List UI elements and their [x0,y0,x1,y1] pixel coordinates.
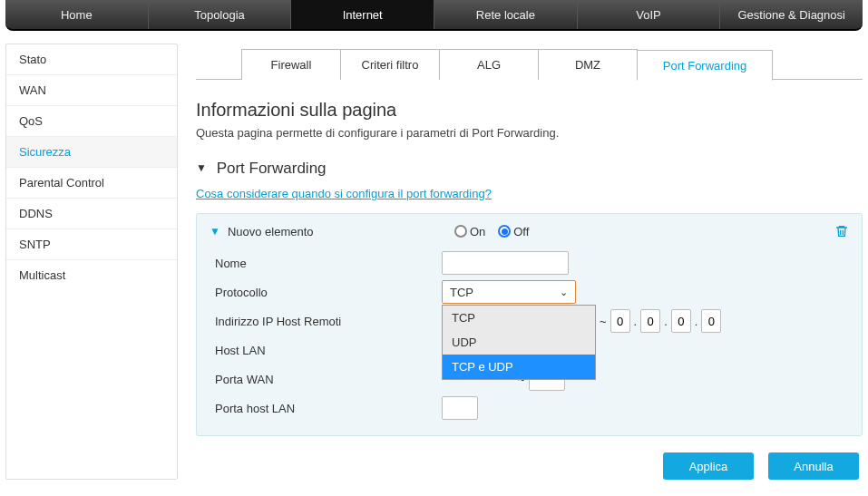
new-element-panel: ▼ Nuovo elemento On Off [196,213,863,436]
label-porta-wan: Porta WAN [215,373,442,386]
section-heading[interactable]: ▼ Port Forwarding [196,160,863,178]
sidebar-item-parental-control[interactable]: Parental Control [6,168,177,199]
chevron-down-icon: ▼ [196,161,207,174]
chevron-down-icon[interactable]: ▼ [210,225,220,238]
select-protocollo-dropdown: TCP UDP TCP e UDP [442,305,596,380]
sidebar-item-qos[interactable]: QoS [6,106,177,137]
help-link[interactable]: Cosa considerare quando si configura il … [196,187,492,200]
sidebar-item-multicast[interactable]: Multicast [6,260,177,290]
radio-off-circle[interactable] [498,225,511,238]
option-tcp-e-udp[interactable]: TCP e UDP [443,355,595,379]
dot-sep: . [664,315,668,328]
sidebar-item-sicurezza[interactable]: Sicurezza [6,137,177,168]
select-protocollo[interactable]: TCP ⌄ TCP UDP TCP e UDP [442,280,576,304]
tab-port-forwarding[interactable]: Port Forwarding [637,50,773,81]
radio-on[interactable]: On [454,225,485,238]
label-ip-remoti: Indirizzo IP Host Remoti [215,315,442,328]
radio-off[interactable]: Off [498,225,529,238]
label-nome: Nome [215,257,442,270]
dot-sep: . [634,315,638,328]
ip2-oct4[interactable] [701,309,721,333]
radio-on-label: On [470,225,485,238]
ip2-oct2[interactable] [640,309,660,333]
label-protocollo: Protocollo [215,286,442,299]
action-buttons: Applica Annulla [196,452,863,480]
trash-icon[interactable] [834,223,849,242]
option-udp[interactable]: UDP [443,330,595,355]
page-title: Informazioni sulla pagina [196,100,863,121]
ip2-oct3[interactable] [671,309,691,333]
porta-host-lan-input[interactable] [442,396,478,420]
nav-home[interactable]: Home [5,0,149,29]
option-tcp[interactable]: TCP [443,306,595,330]
sidebar-item-wan[interactable]: WAN [6,75,177,106]
nav-rete-locale[interactable]: Rete locale [434,0,578,29]
radio-off-label: Off [513,225,529,238]
label-porta-host-lan: Porta host LAN [215,402,442,415]
chevron-down-icon: ⌄ [560,287,568,298]
tab-alg[interactable]: ALG [439,49,539,80]
tilde-sep: ~ [600,315,607,328]
tab-dmz[interactable]: DMZ [538,49,638,80]
sidebar-item-ddns[interactable]: DDNS [6,199,177,229]
cancel-button[interactable]: Annulla [768,452,859,480]
nav-voip[interactable]: VoIP [578,0,721,29]
enable-radio-group: On Off [454,225,529,238]
input-nome[interactable] [442,251,569,275]
apply-button[interactable]: Applica [663,452,754,480]
label-host-lan: Host LAN [215,344,442,357]
section-title-text: Port Forwarding [217,160,327,177]
sidebar: Stato WAN QoS Sicurezza Parental Control… [5,44,178,480]
dot-sep: . [695,315,698,328]
select-protocollo-value: TCP [450,286,473,299]
new-element-label: Nuovo elemento [228,225,454,238]
top-nav: Home Topologia Internet Rete locale VoIP… [5,0,863,31]
tab-criteri-filtro[interactable]: Criteri filtro [340,49,440,80]
nav-topologia[interactable]: Topologia [149,0,292,29]
tab-firewall[interactable]: Firewall [241,49,341,80]
main-content: Firewall Criteri filtro ALG DMZ Port For… [178,44,863,480]
radio-on-circle[interactable] [454,225,467,238]
ip2-oct1[interactable] [610,309,630,333]
subtabs: Firewall Criteri filtro ALG DMZ Port For… [196,44,863,80]
page-description: Questa pagina permette di configurare i … [196,126,863,140]
sidebar-item-sntp[interactable]: SNTP [6,229,177,260]
nav-internet[interactable]: Internet [291,0,434,29]
sidebar-item-stato[interactable]: Stato [6,44,177,75]
nav-gestione-diagnosi[interactable]: Gestione & Diagnosi [720,0,863,29]
